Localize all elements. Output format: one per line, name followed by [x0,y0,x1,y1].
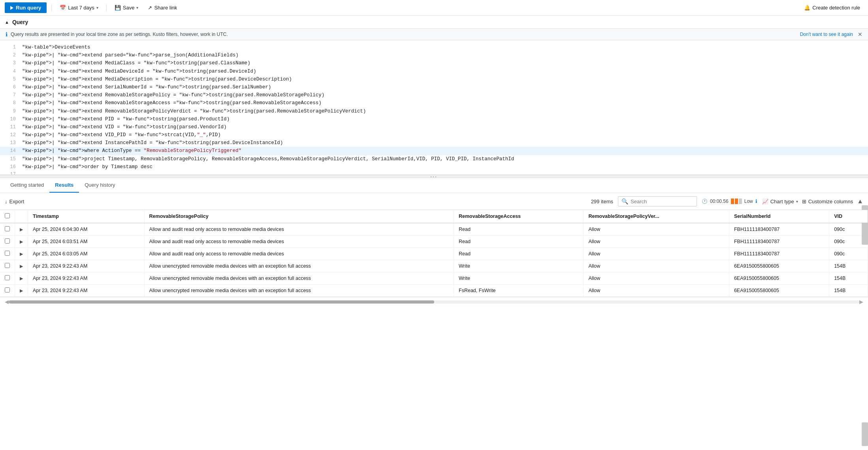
export-label: Export [9,199,24,204]
scroll-area[interactable]: ◀ ▶ [0,297,868,306]
query-header[interactable]: ▲ Query [0,16,868,28]
row-checkbox[interactable] [5,226,10,231]
export-button[interactable]: ↓ Export [5,199,24,204]
info-bar-left: ℹ Query results are presented in your lo… [6,31,228,38]
row-expand-cell[interactable]: ▶ [15,285,28,297]
scroll-left-icon[interactable]: ◀ [5,299,9,305]
toolbar-separator-1 [51,4,52,12]
row-expand-button[interactable]: ▶ [20,288,23,293]
search-input[interactable] [631,199,693,204]
scroll-right-icon[interactable]: ▶ [859,299,863,305]
select-all-checkbox[interactable] [5,213,10,218]
line-content: "kw-pipe">| "kw-cmd">extend RemovableSto… [22,91,324,99]
tab-query-history[interactable]: Query history [79,178,121,193]
row-checkbox[interactable] [5,287,10,292]
row-checkbox-cell[interactable] [0,236,15,248]
close-info-button[interactable]: ✕ [858,31,862,38]
save-label: Save [123,5,135,11]
row-checkbox[interactable] [5,263,10,268]
row-checkbox[interactable] [5,251,10,256]
row-expand-button[interactable]: ▶ [20,276,23,281]
table-row: ▶Apr 23, 2024 9:22:43 AMAllow unencrypte… [0,272,868,285]
row-expand-cell[interactable]: ▶ [15,272,28,285]
line-content: "kw-pipe">| "kw-cmd">extend parsed="kw-f… [22,51,239,59]
share-link-button[interactable]: ↗ Share link [145,3,180,12]
code-line-16: 16"kw-pipe">| "kw-cmd">order by Timestam… [0,163,868,171]
detection-icon: 🔔 [804,5,810,11]
header-serial[interactable]: SerialNumberId [729,210,829,223]
horizontal-scrollbar[interactable] [9,300,859,304]
row-expand-button[interactable]: ▶ [20,239,23,244]
chart-type-button[interactable]: 📈 Chart type ▾ [762,199,798,204]
toolbar-separator-2 [106,4,107,12]
run-query-button[interactable]: Run query [5,2,47,13]
row-checkbox-cell[interactable] [0,272,15,285]
header-checkbox-col[interactable] [0,210,15,223]
table-row: ▶Apr 25, 2024 6:04:30 AMAllow and audit … [0,223,868,236]
header-verdict[interactable]: RemovableStoragePolicyVer... [584,210,729,223]
code-editor[interactable]: 1"kw-table">DeviceEvents2"kw-pipe">| "kw… [0,40,868,174]
line-number: 4 [4,68,16,75]
tab-results[interactable]: Results [49,178,79,193]
line-number: 14 [4,147,16,155]
row-checkbox[interactable] [5,238,10,244]
customize-columns-button[interactable]: ⊞ Customize columns [802,199,853,204]
code-line-10: 10"kw-pipe">| "kw-cmd">extend PID = "kw-… [0,115,868,123]
line-number: 16 [4,163,16,171]
play-icon [10,6,13,10]
line-number: 13 [4,139,16,147]
header-access[interactable]: RemovableStorageAccess [454,210,584,223]
info-bar: ℹ Query results are presented in your lo… [0,28,868,40]
row-expand-cell[interactable]: ▶ [15,223,28,236]
divider[interactable]: ••• [0,175,868,178]
header-policy[interactable]: RemovableStoragePolicy [144,210,454,223]
code-line-5: 5"kw-pipe">| "kw-cmd">extend MediaDescri… [0,75,868,83]
save-button[interactable]: 💾 Save ▾ [111,3,142,12]
cell-serial: 6EA9150055800605 [729,260,829,272]
run-query-label: Run query [16,5,41,11]
row-expand-button[interactable]: ▶ [20,264,23,269]
row-checkbox-cell[interactable] [0,285,15,297]
code-line-14: 14"kw-pipe">| "kw-cmd">where ActionType … [0,147,868,155]
results-table-wrap[interactable]: Timestamp RemovableStoragePolicy Removab… [0,210,868,297]
row-expand-cell[interactable]: ▶ [15,260,28,272]
table-header: Timestamp RemovableStoragePolicy Removab… [0,210,868,223]
cell-serial: 6EA9150055800605 [729,272,829,285]
line-number: 3 [4,60,16,67]
cell-access: Read [454,223,584,236]
row-expand-button[interactable]: ▶ [20,227,23,232]
time-range-button[interactable]: 📅 Last 7 days ▾ [56,3,102,12]
time-range-label: Last 7 days [68,5,94,11]
code-line-6: 6"kw-pipe">| "kw-cmd">extend SerialNumbe… [0,83,868,91]
search-box[interactable]: 🔍 [618,196,697,206]
row-checkbox-cell[interactable] [0,248,15,260]
row-checkbox[interactable] [5,275,10,280]
cell-serial: 6EA9150055800605 [729,285,829,297]
cell-policy: Allow unencrypted removable media device… [144,272,454,285]
row-expand-cell[interactable]: ▶ [15,248,28,260]
save-chevron-icon: ▾ [136,6,138,10]
save-icon: 💾 [115,5,121,11]
columns-icon: ⊞ [802,199,806,204]
row-expand-cell[interactable]: ▶ [15,236,28,248]
header-timestamp[interactable]: Timestamp [28,210,145,223]
export-icon: ↓ [5,199,8,204]
row-checkbox-cell[interactable] [0,260,15,272]
timing-info: 🕐 00:00.56 Low ℹ [702,199,757,204]
info-message: Query results are presented in your loca… [11,32,228,37]
info-icon: ℹ [6,31,8,38]
results-toolbar-right: 📈 Chart type ▾ ⊞ Customize columns ▲ [762,198,863,205]
row-expand-button[interactable]: ▶ [20,251,23,257]
row-checkbox-cell[interactable] [0,223,15,236]
cell-verdict: Allow [584,223,729,236]
header-vid[interactable]: VID [829,210,868,223]
chart-icon: 📈 [762,199,768,204]
code-line-15: 15"kw-pipe">| "kw-cmd">project Timestamp… [0,155,868,163]
line-number: 11 [4,124,16,131]
dont-show-button[interactable]: Don't want to see it again [800,32,853,37]
timing-bar-2 [735,199,738,204]
header-expand-col [15,210,28,223]
tab-getting-started[interactable]: Getting started [5,178,49,193]
cell-serial: FBH1111183400787 [729,223,829,236]
create-detection-rule-button[interactable]: 🔔 Create detection rule [801,3,863,12]
